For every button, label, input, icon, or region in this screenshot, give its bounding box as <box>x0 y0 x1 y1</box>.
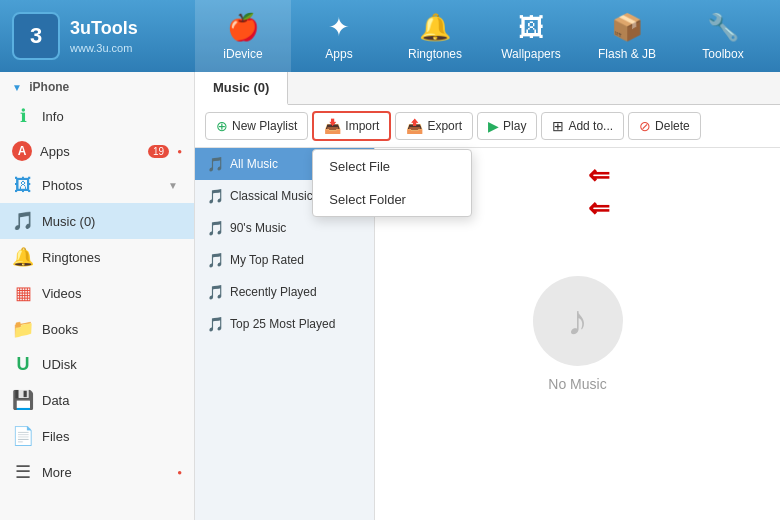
sidebar-item-ringtones[interactable]: 🔔 Ringtones <box>0 239 194 275</box>
sidebar-udisk-label: UDisk <box>42 357 182 372</box>
nav-apps[interactable]: ✦ Apps <box>291 0 387 72</box>
add-to-button[interactable]: ⊞ Add to... <box>541 112 624 140</box>
content-body: 🎵 All Music 🎵 Classical Music 🎵 90's Mus… <box>195 148 780 520</box>
logo-icon: 3 <box>12 12 60 60</box>
sidebar-item-more[interactable]: ☰ More ● <box>0 454 194 490</box>
classical-icon: 🎵 <box>207 188 224 204</box>
select-file-item[interactable]: Select File <box>313 150 471 183</box>
sidebar-item-books[interactable]: 📁 Books <box>0 311 194 347</box>
logo-url: www.3u.com <box>70 41 138 55</box>
export-button[interactable]: 📤 Export <box>395 112 473 140</box>
books-icon: 📁 <box>12 318 34 340</box>
sidebar-data-label: Data <box>42 393 182 408</box>
toolbox-icon: 🔧 <box>707 12 739 43</box>
sidebar-item-files[interactable]: 📄 Files <box>0 418 194 454</box>
play-icon: ▶ <box>488 118 499 134</box>
sidebar-item-udisk[interactable]: U UDisk <box>0 347 194 382</box>
ringtones-icon: 🔔 <box>419 12 451 43</box>
apps-dot: ● <box>177 147 182 156</box>
sidebar-item-photos[interactable]: 🖼 Photos ▼ <box>0 168 194 203</box>
logo-name: 3uTools <box>70 17 138 40</box>
import-button[interactable]: 📥 Import <box>312 111 391 141</box>
sidebar-info-label: Info <box>42 109 182 124</box>
apps-icon: ✦ <box>328 12 350 43</box>
toolbar-area: ⊕ New Playlist 📥 Import Select File <box>195 105 780 148</box>
logo: 3 3uTools www.3u.com <box>0 12 195 60</box>
videos-icon: ▦ <box>12 282 34 304</box>
sidebar-music-label: Music (0) <box>42 214 182 229</box>
sidebar-ringtones-label: Ringtones <box>42 250 182 265</box>
top25-icon: 🎵 <box>207 316 224 332</box>
playlist-top-rated[interactable]: 🎵 My Top Rated <box>195 244 374 276</box>
nav-ringtones[interactable]: 🔔 Ringtones <box>387 0 483 72</box>
add-icon: ⊕ <box>216 118 228 134</box>
device-label: ▼ iPhone <box>0 72 194 98</box>
tab-music[interactable]: Music (0) <box>195 72 288 105</box>
sidebar-photos-label: Photos <box>42 178 160 193</box>
play-button[interactable]: ▶ Play <box>477 112 537 140</box>
addto-icon: ⊞ <box>552 118 564 134</box>
new-playlist-button[interactable]: ⊕ New Playlist <box>205 112 308 140</box>
import-wrapper: 📥 Import Select File Select Folder <box>312 111 391 141</box>
info-icon: ℹ <box>12 105 34 127</box>
nav-items: 🍎 iDevice ✦ Apps 🔔 Ringtones 🖼 Wallpaper… <box>195 0 780 72</box>
apps-badge: 19 <box>148 145 169 158</box>
nav-ringtones-label: Ringtones <box>408 47 462 61</box>
sidebar-item-apps[interactable]: A Apps 19 ● <box>0 134 194 168</box>
tabs-bar: Music (0) <box>195 72 780 105</box>
export-icon: 📤 <box>406 118 423 134</box>
photos-arrow: ▼ <box>168 180 178 191</box>
data-icon: 💾 <box>12 389 34 411</box>
import-dropdown: Select File Select Folder <box>312 149 472 217</box>
sidebar-item-info[interactable]: ℹ Info <box>0 98 194 134</box>
music-icon: 🎵 <box>12 210 34 232</box>
sidebar-item-data[interactable]: 💾 Data <box>0 382 194 418</box>
recentlyplayed-icon: 🎵 <box>207 284 224 300</box>
nav-wallpapers-label: Wallpapers <box>501 47 561 61</box>
wallpapers-icon: 🖼 <box>518 12 544 43</box>
90s-icon: 🎵 <box>207 220 224 236</box>
sidebar-apps-label: Apps <box>40 144 138 159</box>
udisk-icon: U <box>12 354 34 375</box>
sidebar-item-videos[interactable]: ▦ Videos <box>0 275 194 311</box>
ringtones-sidebar-icon: 🔔 <box>12 246 34 268</box>
nav-idevice[interactable]: 🍎 iDevice <box>195 0 291 72</box>
sidebar-item-music[interactable]: 🎵 Music (0) <box>0 203 194 239</box>
files-icon: 📄 <box>12 425 34 447</box>
sidebar-files-label: Files <box>42 429 182 444</box>
more-dot: ● <box>177 468 182 477</box>
playlist-recently-played[interactable]: 🎵 Recently Played <box>195 276 374 308</box>
music-note-icon: ♪ <box>567 297 588 345</box>
navbar: 3 3uTools www.3u.com 🍎 iDevice ✦ Apps 🔔 … <box>0 0 780 72</box>
nav-flash[interactable]: 📦 Flash & JB <box>579 0 675 72</box>
nav-flash-label: Flash & JB <box>598 47 656 61</box>
photos-icon: 🖼 <box>12 175 34 196</box>
delete-button[interactable]: ⊘ Delete <box>628 112 701 140</box>
no-music-icon: ♪ <box>533 276 623 366</box>
apps-sidebar-icon: A <box>12 141 32 161</box>
playlist-top25[interactable]: 🎵 Top 25 Most Played <box>195 308 374 340</box>
sidebar-more-label: More <box>42 465 169 480</box>
nav-apps-label: Apps <box>325 47 352 61</box>
select-folder-item[interactable]: Select Folder <box>313 183 471 216</box>
import-icon: 📥 <box>324 118 341 134</box>
flash-icon: 📦 <box>611 12 643 43</box>
toolbar: ⊕ New Playlist 📥 Import Select File <box>195 105 780 148</box>
no-music-label: No Music <box>548 376 606 392</box>
content-area: Music (0) ⊕ New Playlist 📥 Import <box>195 72 780 520</box>
sidebar-videos-label: Videos <box>42 286 182 301</box>
sidebar: ▼ iPhone ℹ Info A Apps 19 ● 🖼 Photos ▼ 🎵… <box>0 72 195 520</box>
nav-toolbox-label: Toolbox <box>702 47 743 61</box>
main-layout: ▼ iPhone ℹ Info A Apps 19 ● 🖼 Photos ▼ 🎵… <box>0 72 780 520</box>
note-icon: 🎵 <box>207 156 224 172</box>
more-icon: ☰ <box>12 461 34 483</box>
delete-icon: ⊘ <box>639 118 651 134</box>
nav-idevice-label: iDevice <box>223 47 262 61</box>
sidebar-books-label: Books <box>42 322 182 337</box>
nav-wallpapers[interactable]: 🖼 Wallpapers <box>483 0 579 72</box>
nav-toolbox[interactable]: 🔧 Toolbox <box>675 0 771 72</box>
idevice-icon: 🍎 <box>227 12 259 43</box>
toprated-icon: 🎵 <box>207 252 224 268</box>
